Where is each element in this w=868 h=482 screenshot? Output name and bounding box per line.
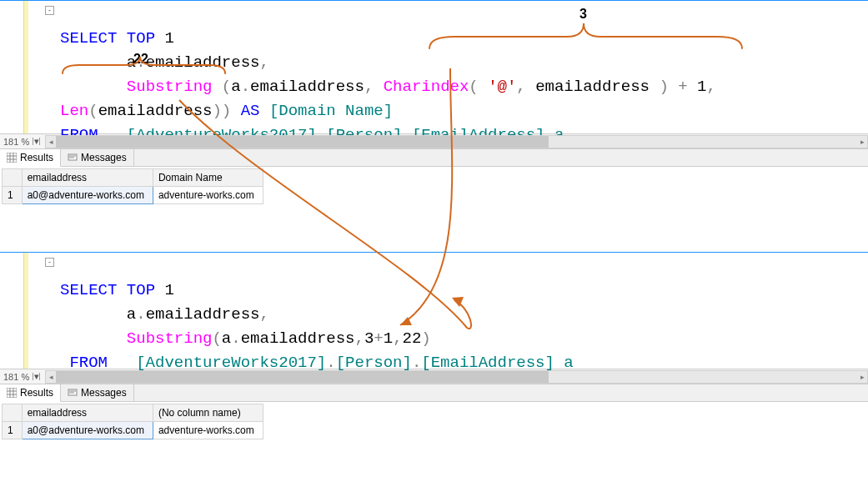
row-header-blank[interactable] <box>3 404 23 422</box>
alias-domain-name: [Domain Name] <box>259 102 393 120</box>
scroll-thumb[interactable] <box>56 371 549 383</box>
fn-len: Len <box>60 102 88 120</box>
scroll-right-icon[interactable]: ▸ <box>857 136 867 148</box>
collapse-toggle[interactable]: - <box>45 6 54 15</box>
horizontal-scrollbar[interactable]: ◂ ▸ <box>45 135 868 148</box>
str-at: '@' <box>479 78 517 96</box>
cell-emailaddress[interactable]: a0@adventure-works.com <box>22 422 153 439</box>
results-grid-top: emailaddress Domain Name 1 a0@adventure-… <box>0 168 868 235</box>
editor-gutter <box>0 253 32 369</box>
table-row[interactable]: 1 a0@adventure-works.com adventure-works… <box>3 187 263 204</box>
cell-value[interactable]: adventure-works.com <box>153 422 263 439</box>
fn-charindex: Charindex <box>374 78 469 96</box>
table-header-row: emailaddress (No column name) <box>3 404 263 422</box>
kw-top: TOP <box>117 281 155 299</box>
results-grid-bottom: emailaddress (No column name) 1 a0@adven… <box>0 404 868 470</box>
cell-emailaddress[interactable]: a0@adventure-works.com <box>22 187 153 204</box>
col-no-column-name[interactable]: (No column name) <box>153 404 263 422</box>
zoom-bar-bottom: 181 % ▾ ◂ ▸ <box>0 369 868 384</box>
code-area-top[interactable]: SELECT TOP 1 a.emailaddress, Substring (… <box>0 1 868 177</box>
literal-1: 1 <box>155 29 174 48</box>
col-emailaddress[interactable]: emailaddress <box>22 404 153 422</box>
alias-a: a <box>60 53 136 72</box>
fn-substring: Substring <box>127 329 213 348</box>
results-table[interactable]: emailaddress (No column name) 1 a0@adven… <box>2 404 263 439</box>
zoom-bar-top: 181 % ▾ ◂ ▸ <box>0 133 868 148</box>
literal-3: 3 <box>364 329 374 348</box>
kw-select: SELECT <box>60 29 117 48</box>
scroll-left-icon[interactable]: ◂ <box>46 136 56 148</box>
table-row[interactable]: 1 a0@adventure-works.com adventure-works… <box>3 422 263 439</box>
kw-top: TOP <box>117 29 155 48</box>
cell-domain-name[interactable]: adventure-works.com <box>153 187 263 204</box>
kw-select: SELECT <box>60 281 117 299</box>
literal-22: 22 <box>403 329 422 348</box>
col-emailaddress: emailaddress <box>146 53 260 72</box>
sql-editor-bottom: - SELECT TOP 1 a.emailaddress, Substring… <box>0 252 868 369</box>
row-number[interactable]: 1 <box>3 187 23 204</box>
editor-gutter <box>0 1 32 133</box>
scroll-left-icon[interactable]: ◂ <box>46 371 56 383</box>
kw-as: AS <box>231 102 259 120</box>
sql-editor-top: - SELECT TOP 1 a.emailaddress, Substring… <box>0 0 868 133</box>
scroll-thumb[interactable] <box>56 136 549 148</box>
collapse-toggle[interactable]: - <box>45 258 54 267</box>
fn-substring: Substring <box>127 78 222 96</box>
row-number[interactable]: 1 <box>3 422 23 439</box>
horizontal-scrollbar[interactable]: ◂ ▸ <box>45 370 868 384</box>
scroll-right-icon[interactable]: ▸ <box>857 371 867 383</box>
